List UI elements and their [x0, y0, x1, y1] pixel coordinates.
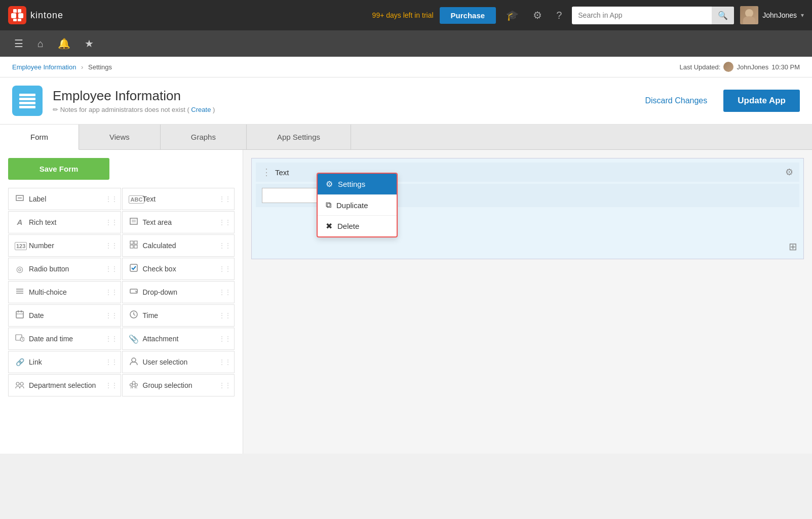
tab-views[interactable]: Views [79, 125, 161, 149]
svg-rect-6 [18, 19, 21, 21]
svg-rect-5 [13, 19, 17, 21]
last-updated-label: Last Updated: [680, 63, 721, 71]
field-icon-link: 🔗 [15, 357, 25, 367]
drag-handle-attachment: ⋮⋮ [219, 335, 231, 342]
field-item-link[interactable]: 🔗 Link ⋮⋮ [8, 351, 121, 373]
avatar-image [740, 6, 758, 24]
save-form-button[interactable]: Save Form [8, 158, 109, 180]
grid-button[interactable]: ⊞ [789, 241, 797, 253]
tab-app-settings[interactable]: App Settings [247, 125, 351, 149]
field-item-text-area[interactable]: Text area ⋮⋮ [122, 211, 235, 233]
drag-handle-check-box: ⋮⋮ [219, 265, 231, 272]
context-menu-settings[interactable]: ⚙ Settings [318, 174, 397, 195]
field-label-number: Number [29, 242, 54, 250]
field-icon-attachment: 📎 [129, 334, 139, 344]
discard-changes-button[interactable]: Discard Changes [635, 91, 718, 110]
field-label-department-selection: Department selection [29, 381, 96, 389]
field-item-multi-choice[interactable]: Multi-choice ⋮⋮ [8, 281, 121, 303]
drag-handle-drop-down: ⋮⋮ [219, 289, 231, 296]
field-label-drop-down: Drop-down [143, 288, 177, 296]
user-section[interactable]: JohnJones ▾ [740, 6, 804, 24]
field-label-calculated: Calculated [143, 242, 176, 250]
purchase-button[interactable]: Purchase [440, 7, 496, 24]
graduation-icon[interactable]: 🎓 [502, 7, 523, 23]
svg-rect-19 [130, 264, 137, 271]
field-item-check-box[interactable]: Check box ⋮⋮ [122, 258, 235, 280]
field-item-label[interactable]: Label ⋮⋮ [8, 188, 121, 210]
avatar [740, 6, 758, 24]
context-menu-duplicate[interactable]: ⧉ Duplicate [318, 195, 397, 216]
app-header-right: Discard Changes Update App [635, 90, 800, 112]
svg-rect-7 [19, 94, 35, 96]
drag-handle-group-selection: ⋮⋮ [219, 382, 231, 389]
menu-icon[interactable]: ☰ [8, 34, 29, 53]
field-item-department-selection[interactable]: Department selection ⋮⋮ [8, 374, 121, 396]
drag-handle-calculated: ⋮⋮ [219, 242, 231, 249]
field-label-check-box: Check box [143, 265, 176, 273]
app-create-link[interactable]: Create [191, 106, 211, 113]
field-icon-text-area [129, 217, 139, 228]
user-dropdown-arrow[interactable]: ▾ [801, 12, 804, 19]
field-gear-icon[interactable]: ⚙ [785, 167, 793, 178]
tab-form[interactable]: Form [0, 125, 79, 150]
tab-graphs[interactable]: Graphs [161, 125, 247, 149]
field-item-date[interactable]: Date ⋮⋮ [8, 304, 121, 327]
breadcrumb: Employee Information › Settings [12, 63, 112, 71]
field-label-attachment: Attachment [143, 335, 179, 343]
svg-rect-17 [130, 245, 133, 248]
field-item-calculated[interactable]: Calculated ⋮⋮ [122, 234, 235, 257]
notification-icon[interactable]: 🔔 [52, 34, 76, 53]
field-item-date-time[interactable]: Date and time ⋮⋮ [8, 328, 121, 350]
top-nav: kintone 99+ days left in trial Purchase … [0, 0, 812, 30]
svg-point-37 [20, 382, 23, 385]
context-menu-delete[interactable]: ✖ Delete [318, 216, 397, 236]
favorites-icon[interactable]: ★ [79, 34, 100, 53]
field-label-rich-text: Rich text [29, 218, 56, 226]
search-button[interactable]: 🔍 [712, 7, 734, 24]
svg-rect-15 [130, 241, 133, 244]
form-area: ⋮ Text ⚙ ⚙ Settings ⧉ Duplicate ✖ Dele [243, 150, 812, 454]
field-label-radio-button: Radio button [29, 265, 69, 273]
field-item-user-selection[interactable]: User selection ⋮⋮ [122, 351, 235, 373]
field-item-time[interactable]: Time ⋮⋮ [122, 304, 235, 327]
fields-grid: Label ⋮⋮ABC Text ⋮⋮A Rich text ⋮⋮ Text a… [8, 188, 235, 396]
gear-icon[interactable]: ⚙ [529, 7, 546, 23]
field-drag-handle[interactable]: ⋮ [262, 167, 271, 178]
svg-rect-12 [130, 218, 137, 224]
field-item-drop-down[interactable]: Drop-down ⋮⋮ [122, 281, 235, 303]
field-item-attachment[interactable]: 📎 Attachment ⋮⋮ [122, 328, 235, 350]
drag-handle-department-selection: ⋮⋮ [105, 382, 118, 389]
field-item-group-selection[interactable]: Group selection ⋮⋮ [122, 374, 235, 396]
search-input[interactable] [572, 7, 712, 23]
svg-rect-16 [134, 241, 137, 244]
field-icon-number: 123 [15, 241, 25, 250]
logo[interactable]: kintone [8, 6, 63, 24]
field-item-rich-text[interactable]: A Rich text ⋮⋮ [8, 211, 121, 233]
field-icon-group-selection [129, 380, 139, 391]
breadcrumb-section: Settings [88, 63, 112, 71]
duplicate-menu-icon: ⧉ [326, 201, 331, 210]
update-app-button[interactable]: Update App [723, 90, 800, 112]
field-palette: Save Form Label ⋮⋮ABC Text ⋮⋮A Rich text… [0, 150, 243, 454]
field-icon-label [15, 193, 25, 205]
svg-point-35 [132, 358, 136, 362]
last-updated-avatar [723, 62, 733, 72]
svg-rect-2 [18, 9, 21, 13]
field-item-text[interactable]: ABC Text ⋮⋮ [122, 188, 235, 210]
field-icon-text: ABC [129, 194, 139, 204]
drag-handle-multi-choice: ⋮⋮ [105, 289, 118, 296]
form-field-label-text: Text [275, 168, 289, 177]
breadcrumb-app-link[interactable]: Employee Information [12, 63, 76, 71]
drag-handle-rich-text: ⋮⋮ [105, 219, 118, 226]
field-icon-user-selection [129, 356, 139, 368]
drag-handle-time: ⋮⋮ [219, 312, 231, 319]
form-canvas: ⋮ Text ⚙ ⚙ Settings ⧉ Duplicate ✖ Dele [251, 158, 804, 259]
field-item-radio-button[interactable]: ◎ Radio button ⋮⋮ [8, 258, 121, 280]
app-header: Employee Information ✏ Notes for app adm… [0, 77, 812, 125]
home-icon[interactable]: ⌂ [31, 35, 50, 53]
help-icon[interactable]: ? [552, 8, 566, 23]
svg-point-36 [16, 382, 19, 385]
drag-handle-user-selection: ⋮⋮ [219, 358, 231, 366]
svg-rect-24 [16, 311, 23, 318]
field-item-number[interactable]: 123 Number ⋮⋮ [8, 234, 121, 257]
